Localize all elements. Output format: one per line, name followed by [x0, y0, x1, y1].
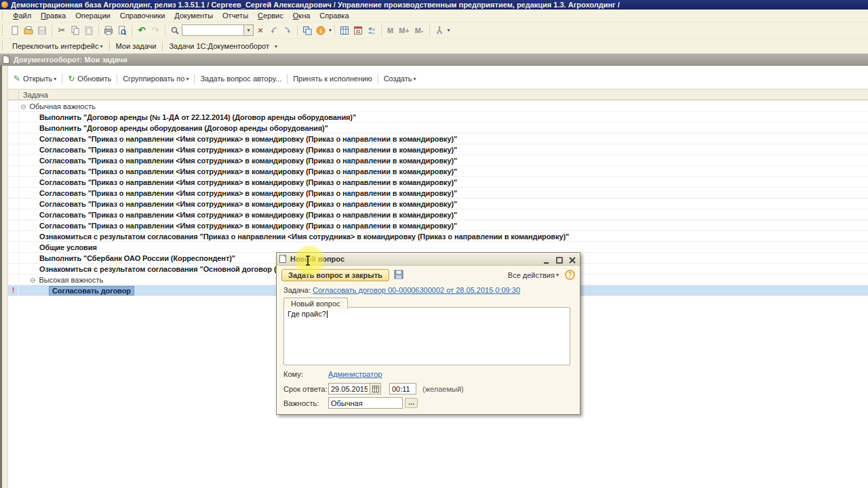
- service-dropdown-icon[interactable]: ▾: [448, 27, 450, 33]
- memory-m-plus-button[interactable]: M+: [396, 26, 412, 35]
- copy-icon[interactable]: [69, 24, 81, 37]
- menu-item[interactable]: Файл: [8, 10, 36, 21]
- menu-item[interactable]: Операции: [71, 10, 115, 21]
- task-cell[interactable]: Согласовать "Приказ о направлении <Имя с…: [39, 188, 457, 199]
- task-column-header[interactable]: Задача: [19, 91, 48, 99]
- clear-search-icon[interactable]: ×: [254, 24, 267, 37]
- task-row[interactable]: Согласовать "Приказ о направлении <Имя с…: [8, 144, 868, 155]
- task-cell[interactable]: Согласовать "Приказ о направлении <Имя с…: [39, 134, 457, 144]
- redo-icon[interactable]: ↷: [149, 24, 161, 37]
- interfacebar-grip[interactable]: [2, 41, 5, 51]
- deadline-date-input[interactable]: [328, 383, 370, 394]
- menu-item[interactable]: Справка: [315, 10, 353, 21]
- memory-m-button[interactable]: M: [384, 26, 396, 35]
- print-preview-icon[interactable]: [116, 24, 128, 37]
- print-icon[interactable]: [102, 24, 115, 37]
- menu-item[interactable]: Правка: [36, 10, 71, 21]
- task-row[interactable]: Согласовать "Приказ о направлении <Имя с…: [8, 209, 868, 220]
- task-row[interactable]: Согласовать "Приказ о направлении <Имя с…: [8, 134, 868, 144]
- deadline-time-input[interactable]: [389, 383, 416, 394]
- go-next-link-icon[interactable]: [281, 24, 294, 37]
- save-question-icon[interactable]: [394, 270, 403, 281]
- task-group-row[interactable]: ⊖Обычная важность: [8, 101, 868, 112]
- quick-search-combobox[interactable]: ▾: [182, 24, 254, 36]
- task-cell[interactable]: Согласовать "Приказ о направлении <Имя с…: [39, 144, 457, 155]
- undo-icon[interactable]: ↶: [136, 24, 148, 37]
- to-value-link[interactable]: Администратор: [328, 370, 382, 378]
- question-textarea[interactable]: Где прайс?: [283, 307, 570, 365]
- window-copy-icon[interactable]: [301, 24, 313, 37]
- action-4-button[interactable]: Задать вопрос автору...: [196, 73, 285, 84]
- task-cell[interactable]: Выполнить "Сбербанк ОАО России (Корреспо…: [39, 253, 235, 264]
- calendar-picker-icon[interactable]: [370, 383, 381, 394]
- task-row[interactable]: Ознакомиться с результатом согласования …: [8, 231, 868, 242]
- minimize-icon[interactable]: [541, 255, 551, 264]
- dialog-titlebar[interactable]: Новый вопрос: [277, 253, 580, 266]
- close-icon[interactable]: [567, 255, 577, 264]
- task-cell[interactable]: Согласовать договор: [49, 285, 134, 296]
- panel-tasks-docflow[interactable]: Задачи 1С:Документооборот: [165, 41, 273, 52]
- menu-item[interactable]: Сервис: [253, 10, 288, 21]
- search-icon[interactable]: [169, 24, 181, 37]
- collapse-icon[interactable]: ⊖: [20, 103, 26, 110]
- action-2-button[interactable]: ↻Обновить: [64, 73, 115, 85]
- menu-item[interactable]: Окна: [288, 10, 315, 21]
- importance-input[interactable]: [328, 397, 403, 409]
- ask-and-close-button[interactable]: Задать вопрос и закрыть: [281, 269, 389, 281]
- task-link[interactable]: Согласовать договор 00-00006300002 от 28…: [313, 286, 520, 294]
- users-icon[interactable]: [366, 24, 378, 37]
- task-row[interactable]: Общие условия: [8, 242, 868, 253]
- menu-item[interactable]: Отчеты: [218, 10, 253, 21]
- task-cell[interactable]: Согласовать "Приказ о направлении <Имя с…: [39, 166, 457, 177]
- action-6-button[interactable]: Создать▾: [380, 73, 420, 84]
- task-row[interactable]: Согласовать "Приказ о направлении <Имя с…: [8, 188, 868, 199]
- mdi-window-titlebar[interactable]: Документооборот: Мои задачи: [0, 54, 868, 66]
- task-cell[interactable]: Общие условия: [39, 242, 97, 253]
- menu-item[interactable]: Справочники: [115, 10, 170, 21]
- switch-interface-button[interactable]: Переключить интерфейс ▾: [8, 41, 107, 52]
- panel-overflow-icon[interactable]: ▾: [275, 43, 277, 49]
- action-3-button[interactable]: Сгруппировать по▾: [119, 73, 193, 84]
- table-board-icon[interactable]: [338, 24, 351, 37]
- cut-icon[interactable]: ✂: [56, 24, 68, 37]
- table-header[interactable]: Задача: [8, 89, 868, 100]
- calendar-icon[interactable]: 31: [352, 24, 364, 37]
- task-row[interactable]: Согласовать "Приказ о направлении <Имя с…: [8, 166, 868, 177]
- action-5-button[interactable]: Принять к исполнению: [289, 73, 376, 84]
- task-row[interactable]: Выполнить "Договор аренды (№ 1-ДА от 22.…: [8, 112, 868, 123]
- task-cell[interactable]: Согласовать "Приказ о направлении <Имя с…: [39, 155, 457, 166]
- maximize-icon[interactable]: [554, 255, 564, 264]
- task-cell[interactable]: Согласовать "Приказ о направлении <Имя с…: [39, 199, 457, 209]
- info-dropdown-icon[interactable]: ▾: [329, 27, 332, 33]
- menu-item[interactable]: Документы: [170, 10, 218, 21]
- task-cell[interactable]: Выполнить "Договор аренды (№ 1-ДА от 22.…: [39, 112, 356, 123]
- open-icon[interactable]: [22, 24, 35, 37]
- service-icon[interactable]: [433, 24, 446, 37]
- paste-icon[interactable]: [83, 24, 95, 37]
- task-cell[interactable]: ⊖Обычная важность: [20, 101, 96, 112]
- task-cell[interactable]: Ознакомиться с результатом согласования …: [39, 231, 569, 242]
- save-icon[interactable]: [36, 24, 48, 37]
- combobox-dropdown-icon[interactable]: ▾: [244, 24, 254, 36]
- info-icon[interactable]: i: [315, 24, 327, 37]
- tab-new-question[interactable]: Новый вопрос: [283, 298, 348, 309]
- toolbar-grip[interactable]: [2, 24, 5, 35]
- collapse-icon[interactable]: ⊖: [30, 277, 35, 284]
- all-actions-button[interactable]: Все действия ▾: [508, 271, 559, 279]
- task-cell[interactable]: Ознакомиться с результатом согласования …: [39, 264, 281, 274]
- task-row[interactable]: Согласовать "Приказ о направлении <Имя с…: [8, 155, 868, 166]
- help-button[interactable]: ?: [565, 270, 575, 280]
- task-cell[interactable]: Согласовать "Приказ о направлении <Имя с…: [39, 220, 457, 231]
- panel-my-tasks[interactable]: Мои задачи: [112, 41, 161, 52]
- task-row[interactable]: Согласовать "Приказ о направлении <Имя с…: [8, 220, 868, 231]
- go-previous-link-icon[interactable]: [268, 24, 280, 37]
- task-cell[interactable]: Согласовать "Приказ о направлении <Имя с…: [39, 177, 457, 188]
- task-cell[interactable]: ⊖Высокая важность: [30, 274, 103, 285]
- importance-more-button[interactable]: ...: [405, 398, 418, 408]
- action-1-button[interactable]: ✎Открыть▾: [9, 73, 60, 85]
- task-cell[interactable]: Согласовать "Приказ о направлении <Имя с…: [39, 209, 457, 220]
- task-cell[interactable]: Выполнить "Договор аренды оборудования (…: [39, 123, 328, 134]
- task-row[interactable]: Выполнить "Договор аренды оборудования (…: [8, 123, 868, 134]
- task-row[interactable]: Согласовать "Приказ о направлении <Имя с…: [8, 177, 868, 188]
- memory-m-minus-button[interactable]: M-: [412, 26, 427, 35]
